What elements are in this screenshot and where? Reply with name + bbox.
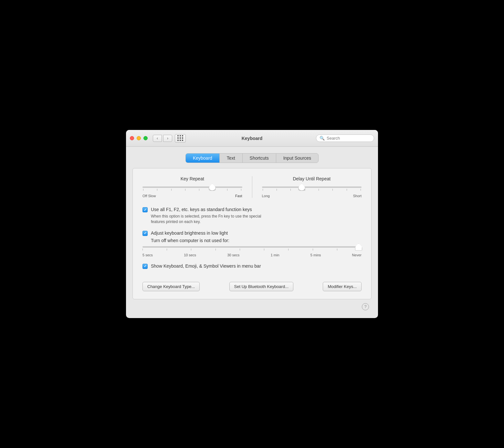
- checkbox2-row: ✓ Adjust keyboard brightness in low ligh…: [142, 230, 362, 236]
- key-repeat-slider-container: [142, 187, 242, 191]
- delay-repeat-left-label: Long: [262, 194, 270, 198]
- checkbox2[interactable]: ✓: [142, 231, 148, 236]
- help-button[interactable]: ?: [362, 303, 369, 310]
- brightness-track[interactable]: [142, 246, 362, 248]
- brightness-slider-container: [142, 246, 362, 251]
- button-row: Change Keyboard Type... Set Up Bluetooth…: [142, 279, 362, 291]
- content-area: Keyboard Text Shortcuts Input Sources Ke…: [126, 147, 378, 318]
- checkbox2-section: ✓ Adjust keyboard brightness in low ligh…: [142, 230, 362, 257]
- key-repeat-labels: Off Slow Fast: [142, 194, 242, 198]
- brightness-label-5mins: 5 mins: [310, 253, 321, 257]
- brightness-label-1min: 1 min: [271, 253, 279, 257]
- delay-repeat-thumb[interactable]: [298, 184, 305, 191]
- checkbox2-label: Adjust keyboard brightness in low light: [151, 230, 228, 236]
- main-window: ‹ › Keyboard 🔍 Keyboard Text Shortcuts I…: [126, 130, 378, 318]
- checkbox1-section: ✓ Use all F1, F2, etc. keys as standard …: [142, 207, 362, 225]
- delay-repeat-section: Delay Until Repeat Long Short: [252, 176, 362, 198]
- checkbox1-check: ✓: [144, 208, 147, 212]
- brightness-thumb[interactable]: [355, 243, 362, 251]
- tab-shortcuts[interactable]: Shortcuts: [243, 154, 276, 163]
- key-repeat-right-label: Fast: [235, 194, 242, 198]
- search-box[interactable]: 🔍: [316, 134, 374, 142]
- brightness-slider-description: Turn off when computer is not used for:: [151, 238, 362, 243]
- maximize-button[interactable]: [143, 136, 148, 140]
- change-keyboard-button[interactable]: Change Keyboard Type...: [142, 282, 200, 291]
- delay-repeat-ticks: [262, 189, 362, 191]
- forward-button[interactable]: ›: [163, 135, 172, 142]
- brightness-label-5secs: 5 secs: [142, 253, 153, 257]
- key-repeat-ticks: [142, 189, 242, 191]
- close-button[interactable]: [130, 136, 134, 140]
- tab-input-sources[interactable]: Input Sources: [276, 154, 318, 163]
- checkbox1[interactable]: ✓: [142, 207, 148, 212]
- checkbox1-row: ✓ Use all F1, F2, etc. keys as standard …: [142, 207, 362, 212]
- tab-bar: Keyboard Text Shortcuts Input Sources: [132, 153, 372, 163]
- modifier-keys-button[interactable]: Modifier Keys...: [323, 282, 362, 291]
- grid-icon: [177, 135, 184, 141]
- delay-repeat-labels: Long Short: [262, 194, 362, 198]
- nav-buttons: ‹ ›: [153, 135, 172, 142]
- checkbox3-row: ✓ Show Keyboard, Emoji, & Symbol Viewers…: [142, 263, 362, 269]
- window-title: Keyboard: [242, 136, 263, 141]
- minimize-button[interactable]: [137, 136, 141, 140]
- brightness-ticks: [142, 249, 362, 251]
- brightness-label-10secs: 10 secs: [184, 253, 196, 257]
- checkbox2-check: ✓: [144, 231, 147, 235]
- key-repeat-label: Key Repeat: [181, 176, 204, 181]
- delay-repeat-right-label: Short: [353, 194, 362, 198]
- tab-keyboard[interactable]: Keyboard: [186, 154, 220, 163]
- bluetooth-keyboard-button[interactable]: Set Up Bluetooth Keyboard...: [229, 282, 293, 291]
- help-area: ?: [132, 299, 372, 312]
- checkbox3-section: ✓ Show Keyboard, Emoji, & Symbol Viewers…: [142, 263, 362, 269]
- key-repeat-thumb[interactable]: [209, 184, 216, 191]
- checkbox1-description: When this option is selected, press the …: [151, 214, 362, 225]
- search-input[interactable]: [327, 136, 371, 141]
- delay-repeat-label: Delay Until Repeat: [293, 176, 331, 181]
- titlebar: ‹ › Keyboard 🔍: [126, 130, 378, 147]
- settings-panel: Key Repeat Off Slow Fast: [132, 168, 372, 299]
- brightness-labels: 5 secs 10 secs 30 secs 1 min 5 mins Neve…: [142, 253, 362, 257]
- key-repeat-track[interactable]: [142, 187, 242, 188]
- delay-repeat-slider-container: [262, 187, 362, 191]
- checkbox3-check: ✓: [144, 264, 147, 268]
- brightness-label-never: Never: [352, 253, 362, 257]
- key-repeat-section: Key Repeat Off Slow Fast: [142, 176, 252, 198]
- traffic-lights: [130, 136, 148, 140]
- back-button[interactable]: ‹: [153, 135, 162, 142]
- checkbox3[interactable]: ✓: [142, 264, 148, 269]
- brightness-label-30secs: 30 secs: [227, 253, 239, 257]
- delay-repeat-track[interactable]: [262, 187, 362, 188]
- brightness-slider-section: 5 secs 10 secs 30 secs 1 min 5 mins Neve…: [142, 246, 362, 257]
- tab-group: Keyboard Text Shortcuts Input Sources: [185, 153, 319, 163]
- checkbox1-label: Use all F1, F2, etc. keys as standard fu…: [151, 207, 252, 212]
- grid-button[interactable]: [175, 134, 186, 143]
- tab-text[interactable]: Text: [220, 154, 243, 163]
- key-repeat-left-label: Off Slow: [142, 194, 156, 198]
- checkbox3-label: Show Keyboard, Emoji, & Symbol Viewers i…: [151, 263, 261, 269]
- sliders-row: Key Repeat Off Slow Fast: [142, 176, 362, 198]
- search-icon: 🔍: [320, 136, 325, 141]
